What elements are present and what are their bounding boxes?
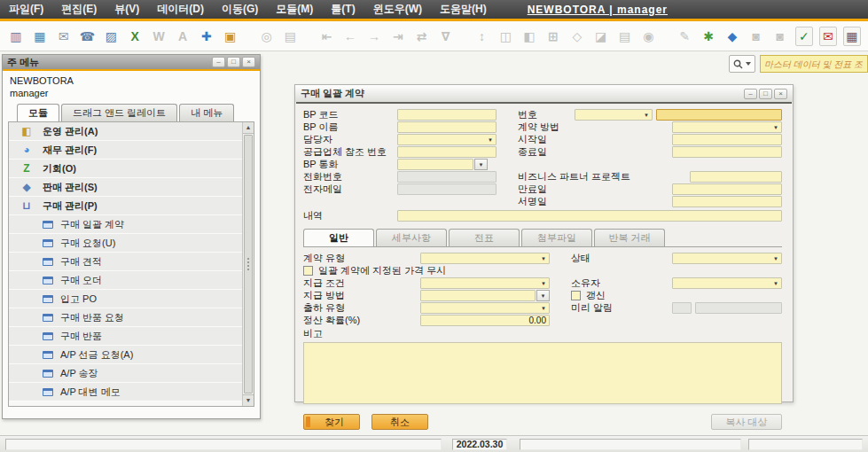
menu-item-financials[interactable]: ◕재무 관리(F) (9, 141, 242, 160)
description-field[interactable] (397, 210, 782, 222)
menu-view[interactable]: 뷰(V) (114, 2, 139, 17)
form-window-icon (43, 221, 53, 229)
print-preview-icon[interactable]: ▥ (7, 27, 25, 46)
shipping-type-dropdown[interactable] (420, 302, 550, 314)
contact-person-dropdown[interactable] (397, 134, 497, 145)
form-close-button[interactable] (774, 89, 787, 99)
vendor-ref-no-field[interactable] (397, 146, 497, 158)
tab-modules[interactable]: 모듈 (17, 104, 59, 121)
payment-terms-dropdown[interactable] (420, 277, 550, 289)
ignore-prices-checkbox[interactable] (303, 266, 313, 276)
bp-currency-dropdown-button[interactable] (474, 159, 488, 170)
start-date-field[interactable] (672, 134, 782, 145)
menu-data[interactable]: 데이터(D) (157, 2, 204, 17)
menu-modules[interactable]: 모듈(M) (276, 2, 313, 17)
number-label: 번호 (518, 108, 575, 121)
signing-date-field[interactable] (672, 196, 782, 207)
gross-profit-icon: ◪ (592, 27, 610, 46)
form-minimize-button[interactable] (744, 89, 757, 99)
sms-icon[interactable]: ☎ (79, 27, 97, 46)
tab-my-menu[interactable]: 내 메뉴 (179, 104, 234, 121)
close-button[interactable] (242, 57, 255, 67)
scroll-down-icon[interactable]: ▼ (243, 394, 254, 406)
menu-file[interactable]: 파일(F) (9, 2, 43, 17)
form-maximize-button[interactable] (759, 89, 772, 99)
bp-name-field[interactable] (397, 121, 497, 133)
tab-attachments: 첨부파일 (521, 229, 592, 246)
renewal-checkbox[interactable] (571, 291, 581, 300)
bp-currency-field[interactable] (397, 159, 473, 170)
tab-drag-and-relate[interactable]: 드래그 앤드 릴레이트 (61, 104, 177, 121)
scroll-up-icon[interactable]: ▲ (243, 122, 254, 134)
menu-item-sales-icon: ◆ (20, 181, 34, 193)
menu-tools[interactable]: 툴(T) (331, 2, 355, 17)
menu-help[interactable]: 도움말(H) (440, 2, 487, 17)
search-button[interactable] (729, 55, 755, 73)
menu-item-opportunities[interactable]: Z기회(O) (9, 160, 242, 178)
number-field[interactable] (656, 109, 782, 121)
form-window-icon (43, 277, 53, 284)
menu-item-ap-invoice[interactable]: A/P 송장 (9, 364, 242, 383)
bp-project-field[interactable] (690, 171, 782, 183)
menu-window[interactable]: 윈도우(W) (373, 2, 422, 17)
end-date-field[interactable] (672, 146, 782, 158)
email-icon[interactable]: ✉ (55, 27, 73, 46)
bp-code-field[interactable] (397, 109, 497, 121)
status-dropdown[interactable] (672, 253, 782, 264)
owner-dropdown[interactable] (672, 277, 782, 289)
inbox-envelope-icon[interactable]: ✉ (819, 27, 837, 46)
scrollbar-thumb[interactable] (244, 135, 253, 394)
termination-date-field[interactable] (672, 183, 782, 195)
menu-item-sales[interactable]: ◆판매 관리(S) (9, 178, 242, 197)
menu-item-purchasing[interactable]: ⊔구매 관리(P) (9, 197, 242, 215)
export-excel-icon[interactable]: X (126, 27, 144, 46)
agreement-type-dropdown[interactable] (420, 253, 550, 264)
menu-item-purchase-blanket-agreement[interactable]: 구매 일괄 계약 (9, 215, 242, 234)
tab-general[interactable]: 일반 (303, 229, 374, 246)
minimize-button[interactable] (212, 57, 225, 67)
launch-application-icon[interactable]: ✚ (198, 27, 215, 46)
new-activity-icon[interactable]: ✱ (700, 27, 717, 46)
menu-item-purchase-order[interactable]: 구매 오더 (9, 271, 242, 290)
menu-item-purchase-request[interactable]: 구매 요청(U) (9, 234, 242, 253)
find-button[interactable]: 찾기 (303, 414, 360, 430)
form-window-icon (43, 388, 53, 396)
menu-item-ap-down-payment-request[interactable]: A/P 선금 요청(A) (9, 346, 242, 364)
calculator-icon[interactable]: ▦ (843, 27, 861, 46)
menu-tree: ◧운영 관리(A)◕재무 관리(F)Z기회(O)◆판매 관리(S)⊔구매 관리(… (9, 122, 242, 406)
fax-icon[interactable]: ▨ (102, 27, 120, 46)
menu-edit[interactable]: 편집(E) (61, 2, 97, 17)
menu-item-administration-icon: ◧ (20, 125, 34, 137)
payment-method-dropdown-button[interactable] (536, 290, 550, 301)
lock-screen-icon[interactable]: ▣ (222, 27, 239, 46)
tab-recurring-transactions: 반복 거래 (594, 229, 665, 246)
menu-item-purchase-quotation[interactable]: 구매 견적 (9, 253, 242, 271)
tab-documents: 전표 (449, 229, 520, 246)
agreement-method-dropdown[interactable] (672, 121, 782, 133)
conversation-icon: ◙ (771, 27, 789, 46)
checklist-icon[interactable]: ✓ (795, 27, 813, 46)
search-input[interactable] (760, 55, 868, 73)
maximize-button[interactable] (227, 57, 240, 67)
menu-item-administration[interactable]: ◧운영 관리(A) (9, 122, 242, 141)
start-date-label: 시작일 (518, 133, 672, 146)
settlement-probability-field[interactable]: 0.00 (420, 315, 550, 326)
menu-tree-scrollbar[interactable]: ▲ ▼ (242, 122, 254, 406)
cancel-button[interactable]: 취소 (371, 414, 428, 430)
print-icon[interactable]: ▦ (31, 27, 49, 46)
menu-goto[interactable]: 이동(G) (222, 2, 258, 17)
payment-terms-label: 지급 조건 (303, 277, 420, 290)
menu-item-ap-credit-memo[interactable]: A/P 대변 메모 (9, 383, 242, 401)
session-info: NEWBOTORA | manager (528, 4, 668, 16)
base-document-icon: ◉ (639, 27, 657, 46)
menu-item-goods-receipt-po[interactable]: 입고 PO (9, 290, 242, 308)
description-label: 내역 (303, 209, 397, 222)
menu-item-goods-return-request[interactable]: 구매 반품 요청 (9, 308, 242, 327)
form-settings-icon[interactable]: ◆ (723, 27, 741, 46)
menu-tree-container: ◧운영 관리(A)◕재무 관리(F)Z기회(O)◆판매 관리(S)⊔구매 관리(… (8, 121, 254, 407)
form-window-icon (43, 239, 53, 247)
payment-method-field[interactable] (420, 290, 536, 301)
menu-item-goods-return[interactable]: 구매 반품 (9, 327, 242, 346)
numbering-series-dropdown[interactable] (575, 109, 653, 121)
remarks-textarea[interactable] (303, 342, 782, 404)
